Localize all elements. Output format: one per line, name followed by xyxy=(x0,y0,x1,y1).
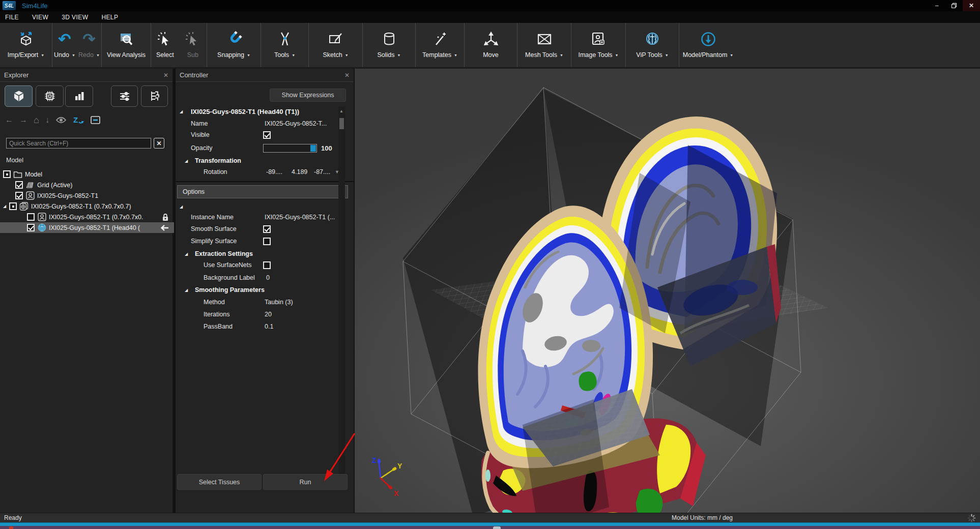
explorer-panel: Explorer ✕ xyxy=(0,69,174,513)
instance-name-label: Instance Name xyxy=(191,214,234,221)
restore-button[interactable] xyxy=(945,0,963,11)
toolbar-templates[interactable]: Templates▼ xyxy=(416,23,464,67)
axis-y-label: Y xyxy=(397,462,402,470)
menu-view[interactable]: VIEW xyxy=(32,14,48,21)
scrollbar-thumb[interactable] xyxy=(339,118,344,129)
toolbar-view-analysis[interactable]: View Analysis xyxy=(102,23,151,67)
back-icon[interactable]: ← xyxy=(5,115,13,125)
use-surfacenets-checkbox[interactable] xyxy=(263,261,271,269)
magnet-icon xyxy=(225,27,243,51)
toolbar-select[interactable]: Select xyxy=(151,23,179,67)
run-button[interactable]: Run xyxy=(263,474,348,490)
minimize-button[interactable]: – xyxy=(928,0,945,11)
toolbar-label: Solids xyxy=(378,51,395,58)
tree-row-image-locked[interactable]: IXI025-Guys-0852-T1 (0.7x0.7x0. xyxy=(0,212,174,222)
tab-model-3d[interactable] xyxy=(5,85,33,107)
toolbar-label: Sketch xyxy=(323,51,342,58)
toolbar-label: Imp/Export xyxy=(8,51,38,58)
select-tissues-button[interactable]: Select Tissues xyxy=(177,474,262,490)
toolbar-label: Select xyxy=(156,51,174,58)
simplify-surface-checkbox[interactable] xyxy=(263,238,271,245)
forward-icon[interactable]: → xyxy=(19,115,27,125)
chevron-down-icon: ▼ xyxy=(292,53,295,57)
tab-properties[interactable] xyxy=(111,85,138,107)
eye-icon[interactable] xyxy=(55,115,67,125)
visibility-checkbox[interactable] xyxy=(27,213,35,221)
view-analysis-icon xyxy=(118,27,135,51)
rotation-z[interactable]: -87.... xyxy=(314,168,330,175)
visibility-checkbox[interactable] xyxy=(9,202,17,210)
options-section-bar[interactable]: Options ◢ xyxy=(177,185,348,198)
method-value[interactable]: Taubin (3) xyxy=(265,299,293,306)
smooth-surface-checkbox[interactable] xyxy=(263,225,271,233)
expander-icon[interactable]: ◢ xyxy=(180,204,183,209)
instance-name-value[interactable]: IXI025-Guys-0852-T1 (... xyxy=(265,214,335,221)
toolbar-model-phantom[interactable]: Model/Phantom▼ xyxy=(679,23,737,67)
expander-icon[interactable]: ◢ xyxy=(185,159,188,163)
tree-row-grid[interactable]: Grid (Active) xyxy=(0,180,174,190)
close-button[interactable]: ✕ xyxy=(963,0,980,11)
opacity-slider-thumb[interactable] xyxy=(310,145,316,152)
visibility-checkbox[interactable] xyxy=(3,170,11,178)
tree-row-head40-selected[interactable]: IXI025-Guys-0852-T1 (Head40 ( xyxy=(0,222,174,233)
visibility-checkbox[interactable] xyxy=(15,192,23,199)
head-image-icon xyxy=(25,191,35,200)
toolbar-move[interactable]: Move xyxy=(465,23,517,67)
passband-value[interactable]: 0.1 xyxy=(265,323,273,330)
tab-hierarchy[interactable] xyxy=(141,85,168,107)
select-cursor-icon xyxy=(156,27,174,51)
toolbar-image-tools[interactable]: Image Tools▼ xyxy=(571,23,625,67)
zoom-to-z-icon[interactable]: Z xyxy=(73,115,84,125)
taskbar-icon-sliver xyxy=(9,526,13,529)
visible-checkbox[interactable] xyxy=(263,131,271,139)
opacity-slider[interactable] xyxy=(263,144,317,153)
collapse-all-icon[interactable] xyxy=(90,115,101,125)
show-expressions-button[interactable]: Show Expressions xyxy=(270,89,346,102)
tab-analysis[interactable] xyxy=(65,85,93,107)
goto-arrow-icon[interactable] xyxy=(160,225,169,231)
expander-icon[interactable]: ◢ xyxy=(180,109,183,114)
iterations-value[interactable]: 20 xyxy=(265,311,272,318)
menu-3d-view[interactable]: 3D VIEW xyxy=(62,14,88,21)
expander-icon[interactable]: ◢ xyxy=(185,252,188,256)
toolbar-redo[interactable]: ↷ Redo▼ xyxy=(77,23,101,67)
redo-icon: ↷ xyxy=(82,27,95,51)
visibility-checkbox[interactable] xyxy=(27,224,35,231)
tree-row-image-t1[interactable]: IXI025-Guys-0852-T1 xyxy=(0,190,174,201)
toolbar-sub-select[interactable]: Sub xyxy=(179,23,207,67)
menu-file[interactable]: FILE xyxy=(5,14,19,21)
scroll-up-icon[interactable]: ▲ xyxy=(339,109,343,113)
toolbar-tools[interactable]: Tools▼ xyxy=(261,23,308,67)
controller-scrollbar[interactable]: ▲ xyxy=(338,107,345,474)
explorer-close-icon[interactable]: ✕ xyxy=(163,72,168,79)
expander-icon[interactable]: ◢ xyxy=(3,204,9,209)
controller-close-icon[interactable]: ✕ xyxy=(344,72,350,79)
opacity-value: 100 xyxy=(321,144,332,152)
viewport-3d[interactable]: Z Y X xyxy=(355,69,980,513)
rotation-y[interactable]: 4.189 xyxy=(292,168,307,175)
extraction-settings-label: Extraction Settings xyxy=(195,250,253,257)
toolbar-undo[interactable]: ↶ Undo▼ xyxy=(52,23,77,67)
grid-icon xyxy=(25,181,35,189)
toolbar-imp-export[interactable]: Imp/Export▼ xyxy=(0,23,52,67)
scroll-to-icon[interactable]: ↓ xyxy=(45,115,49,125)
menu-help[interactable]: HELP xyxy=(101,14,118,21)
toolbar-sketch[interactable]: Sketch▼ xyxy=(309,23,362,67)
tree-row-image-resampled[interactable]: ◢ IXI025-Guys-0852-T1 (0.7x0.7x0.7) xyxy=(0,201,174,212)
background-label-value[interactable]: 0 xyxy=(266,274,270,281)
tab-simulation[interactable] xyxy=(36,85,64,107)
home-icon[interactable]: ⌂ xyxy=(34,115,39,125)
tree-row-model[interactable]: Model xyxy=(0,169,174,180)
tree-section-label: Model xyxy=(6,157,23,164)
clear-search-button[interactable]: ✕ xyxy=(154,138,164,149)
name-value[interactable]: IXI025-Guys-0852-T... xyxy=(265,120,327,127)
expander-icon[interactable]: ◢ xyxy=(185,288,188,292)
simplify-surface-label: Simplify Surface xyxy=(191,238,237,245)
quick-search-input[interactable] xyxy=(6,138,151,149)
visibility-checkbox[interactable] xyxy=(15,181,23,189)
toolbar-snapping[interactable]: Snapping▼ xyxy=(207,23,261,67)
toolbar-solids[interactable]: Solids▼ xyxy=(363,23,415,67)
toolbar-mesh-tools[interactable]: Mesh Tools▼ xyxy=(517,23,571,67)
toolbar-vip-tools[interactable]: ViP Tools▼ xyxy=(626,23,679,67)
rotation-x[interactable]: -89.... xyxy=(266,168,282,175)
